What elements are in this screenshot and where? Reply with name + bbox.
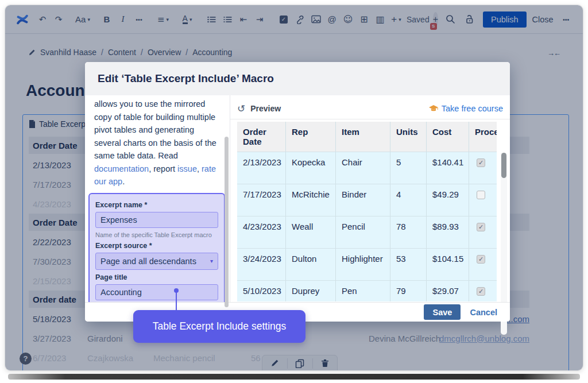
excerpt-settings-group: Excerpt name * Name of the specific Tabl… [88, 193, 225, 303]
documentation-link[interactable]: documentation [94, 164, 149, 173]
report-issue-link[interactable]: issue [177, 164, 197, 173]
preview-row: 7/17/2023McRitchieBinder4$49.29 [237, 184, 497, 216]
cancel-button[interactable]: Cancel [470, 308, 497, 317]
bg-cell-date: 7/30/2023 [33, 257, 87, 266]
table-button[interactable]: ⊞ [358, 12, 370, 27]
search-icon[interactable] [444, 12, 457, 27]
preview-cell-units: 78 [390, 216, 426, 248]
close-button[interactable]: Close [532, 15, 554, 24]
preview-scrollbar-thumb[interactable] [501, 153, 506, 178]
more-formatting-button[interactable]: ••• [133, 12, 145, 27]
edit-macro-icon[interactable] [270, 359, 279, 367]
annotation-connector [176, 292, 177, 311]
preview-row: 2/13/2023KopeckaChair5$140.41✓ [237, 152, 497, 184]
bg-cell-rep: Czajkowska [87, 353, 153, 363]
help-button[interactable]: ? [20, 353, 32, 365]
bullet-list-button[interactable] [205, 12, 218, 27]
bold-button[interactable]: B [100, 12, 113, 27]
settings-scrollbar[interactable] [225, 137, 229, 307]
preview-header-cell: Processed [469, 122, 497, 152]
breadcrumb: Svanhild Haase/ Content/ Overview/ Accou… [28, 48, 232, 57]
preview-label: Preview [250, 104, 281, 113]
preview-cell-rep: Kopecka [285, 152, 335, 184]
chevron-down-icon: ▾ [87, 17, 90, 22]
layout-button[interactable]: ▥ [374, 12, 386, 27]
preview-header-cell: Item [335, 122, 390, 152]
save-button[interactable]: Save [424, 304, 461, 320]
bg-cell-date: 2/13/2023 [33, 160, 87, 170]
refresh-icon[interactable]: ↺ [237, 103, 245, 114]
breadcrumb-content[interactable]: Content [108, 48, 136, 57]
breadcrumb-space[interactable]: Svanhild Haase [40, 48, 96, 57]
italic-button[interactable]: I [117, 12, 129, 27]
preview-cell-cost: $29.07 [426, 281, 469, 301]
processed-checkbox[interactable]: ✓ [477, 223, 485, 231]
excerpt-source-select[interactable]: Page and all descendants ▾ [95, 253, 218, 270]
publish-button[interactable]: Publish [483, 11, 527, 28]
copy-macro-icon[interactable] [295, 359, 304, 368]
preview-header-cell: Units [390, 122, 426, 152]
insert-dropdown[interactable]: +▾ [390, 12, 403, 27]
undo-icon[interactable]: ↶ [36, 12, 49, 27]
dialog-title: Edit ‘Table Excerpt Include’ Macro [85, 62, 510, 95]
preview-row: 5/10/2023DupreyPen79$29.07✓ [237, 280, 497, 301]
bg-cell-date: 4/23/2023 [33, 199, 87, 209]
alignment-dropdown[interactable]: ≡▾ [157, 12, 169, 27]
frame-shadow-bar [8, 374, 580, 380]
excerpt-name-help: Name of the specific Table Excerpt macro [95, 231, 218, 238]
preview-cell-units: 4 [390, 184, 426, 216]
preview-cell-date: 2/13/2023 [237, 152, 285, 184]
delete-macro-icon[interactable] [321, 359, 329, 367]
editor-toolbar: ↶ ↷ Aa▾ B I ••• ≡▾ A▾ ⇤ ⇥ ✓ [5, 5, 583, 34]
preview-header-cell: Rep [285, 122, 335, 152]
task-list-button[interactable]: ✓ [277, 12, 290, 27]
preview-cell-item: Pencil [335, 216, 390, 248]
indent-icon[interactable]: ⇥ [253, 12, 266, 27]
numbered-list-button[interactable] [221, 12, 234, 27]
preview-cell-processed: ✓ [469, 152, 497, 184]
preview-cell-item: Highlighter [335, 249, 390, 280]
preview-cell-rep: Weall [285, 216, 335, 248]
preview-cell-units: 79 [390, 281, 426, 301]
macro-label: Table Excerpt [29, 119, 88, 129]
annotation-tooltip: Table Excerpt Include settings [133, 310, 305, 343]
more-menu-button[interactable]: ••• [560, 12, 572, 27]
preview-cell-rep: Dulton [285, 249, 335, 280]
excerpt-name-label: Excerpt name * [95, 201, 218, 209]
preview-header-cell: Cost [426, 122, 469, 152]
text-color-dropdown[interactable]: A▾ [181, 12, 194, 27]
preview-row: 3/24/2023DultonHighlighter53$104.15✓ [237, 248, 497, 280]
macro-settings-column: allows you to use the mirrored copy of t… [85, 95, 230, 302]
preview-cell-date: 3/24/2023 [237, 249, 285, 280]
macro-edit-dialog: Edit ‘Table Excerpt Include’ Macro allow… [85, 62, 510, 322]
bg-cell-name: Devina McGillreich [369, 334, 440, 343]
emoji-button[interactable]: ☺ [342, 12, 354, 27]
preview-cell-cost: $140.41 [426, 152, 469, 184]
processed-checkbox[interactable]: ✓ [477, 255, 485, 264]
preview-cell-item: Chair [335, 152, 390, 184]
processed-checkbox[interactable] [477, 191, 485, 199]
link-button[interactable] [293, 12, 306, 27]
page-title-input[interactable] [95, 284, 218, 300]
save-status: Saved [407, 15, 430, 24]
email-link[interactable]: dmcgllrch@unblog.com [439, 334, 529, 343]
bg-cell-date: 7/17/2023 [33, 180, 87, 189]
take-free-course-link[interactable]: Take free course [428, 104, 503, 113]
excerpt-name-input[interactable] [95, 212, 218, 228]
redo-icon[interactable]: ↷ [52, 12, 65, 27]
outdent-icon[interactable]: ⇤ [237, 12, 250, 27]
breadcrumb-overview[interactable]: Overview [148, 48, 181, 57]
preview-row: 4/23/2023WeallPencil78$89.93✓ [237, 216, 497, 248]
breadcrumb-accounting[interactable]: Accounting [192, 48, 232, 57]
preview-header-cell: Order Date [237, 122, 285, 152]
chevron-down-icon: ▾ [210, 258, 213, 264]
mention-button[interactable]: @ [326, 12, 338, 27]
collapse-width-icon[interactable]: →← [547, 49, 560, 57]
text-style-dropdown[interactable]: Aa▾ [76, 12, 89, 27]
processed-checkbox[interactable]: ✓ [477, 287, 485, 296]
unlock-icon[interactable] [463, 12, 475, 27]
processed-checkbox[interactable]: ✓ [477, 158, 485, 167]
preview-cell-cost: $104.15 [426, 249, 469, 280]
preview-cell-rep: Duprey [285, 281, 335, 301]
image-button[interactable] [310, 12, 322, 27]
